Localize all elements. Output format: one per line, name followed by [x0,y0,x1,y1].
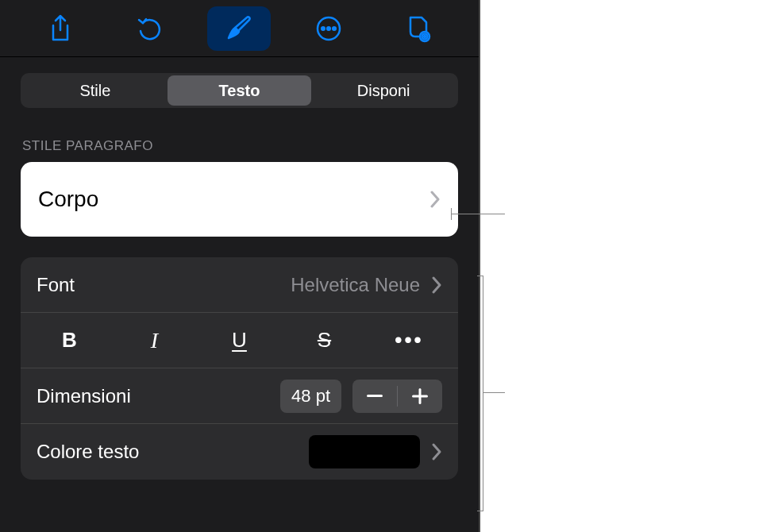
format-panel: Stile Testo Disponi STILE PARAGRAFO Corp… [0,0,480,532]
chevron-right-icon [431,276,442,295]
more-format-button[interactable]: ••• [367,313,452,368]
bold-button[interactable]: B [27,313,112,368]
minus-icon [367,395,383,398]
tab-arrange[interactable]: Disponi [311,75,456,106]
paragraph-style-label: STILE PARAGRAFO [22,138,456,154]
callout-line [483,392,505,393]
callout-bracket [483,276,483,511]
size-decrease-button[interactable] [352,380,397,413]
font-value: Helvetica Neue [291,274,420,296]
plus-icon [412,388,428,404]
svg-point-1 [322,27,325,30]
text-color-swatch[interactable] [309,435,420,468]
chevron-right-icon [431,442,442,461]
document-icon [406,14,431,43]
inspector-tabs: Stile Testo Disponi [21,73,458,108]
paragraph-style-row[interactable]: Corpo [21,162,458,237]
document-button[interactable] [387,6,450,51]
size-stepper [352,380,442,413]
svg-point-3 [333,27,336,30]
text-color-label: Colore testo [37,441,309,463]
callout-tick [477,276,483,276]
paragraph-style-value: Corpo [38,187,98,212]
size-row: Dimensioni 48 pt [21,368,458,424]
font-group: Font Helvetica Neue B I U S ••• Dimensio… [21,257,458,480]
font-row[interactable]: Font Helvetica Neue [21,257,458,313]
font-label: Font [37,274,291,296]
undo-button[interactable] [118,6,182,51]
svg-rect-7 [367,395,383,397]
undo-icon [137,15,164,42]
more-circle-icon [315,15,342,42]
underline-button[interactable]: U [197,313,282,368]
toolbar [0,0,479,57]
svg-point-6 [424,36,426,37]
callout-tick [451,208,452,220]
size-label: Dimensioni [37,385,280,407]
text-color-row[interactable]: Colore testo [21,424,458,480]
size-value[interactable]: 48 pt [280,380,341,413]
share-icon [48,14,72,43]
strikethrough-button[interactable]: S [282,313,367,368]
svg-point-2 [327,27,330,30]
callout-tick [477,511,483,511]
tab-text[interactable]: Testo [168,75,312,106]
format-button[interactable] [207,6,271,51]
tab-style[interactable]: Stile [23,75,168,106]
more-button[interactable] [297,6,360,51]
svg-rect-9 [419,388,422,404]
size-increase-button[interactable] [398,380,442,413]
format-row: B I U S ••• [21,313,458,368]
callout-line [451,214,505,214]
italic-button[interactable]: I [112,313,197,368]
chevron-right-icon [429,190,441,209]
brush-icon [225,14,253,43]
share-button[interactable] [29,6,92,51]
